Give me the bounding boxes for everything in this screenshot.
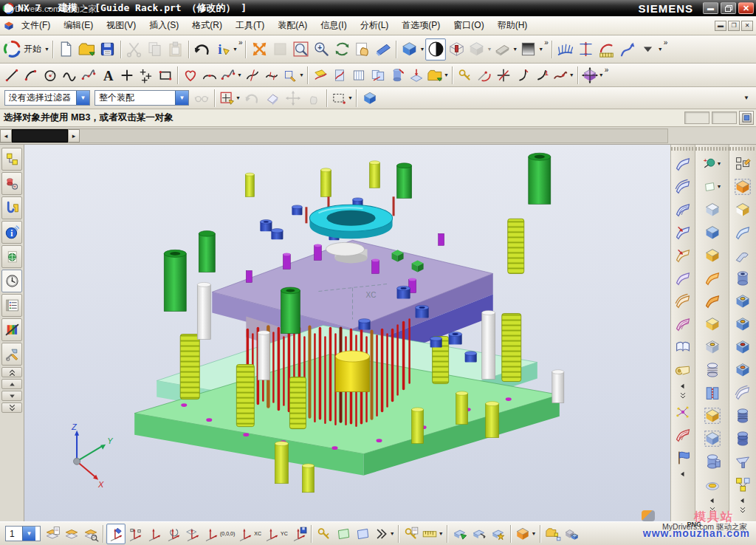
visible-in-view-button[interactable]: [62, 524, 81, 544]
mdi-close-button[interactable]: ✕: [741, 21, 753, 31]
point-cloud-button[interactable]: [673, 400, 693, 423]
selection-scope-combo[interactable]: 整个装配 ▼: [94, 90, 189, 106]
zipper-button[interactable]: [702, 381, 723, 404]
rotate-view-button[interactable]: [331, 38, 352, 61]
rectangle-button[interactable]: [156, 66, 175, 85]
pocket-button[interactable]: [732, 335, 753, 358]
bottombar-overflow-button[interactable]: ▼: [372, 524, 396, 544]
toolbar-grip[interactable]: [695, 147, 729, 151]
enclosure-button[interactable]: [702, 427, 723, 450]
transition-surface-button[interactable]: [673, 446, 693, 469]
through-curves-button[interactable]: [673, 175, 693, 198]
wcs-save-button[interactable]: [289, 524, 309, 544]
spline-analysis-button[interactable]: [617, 38, 638, 61]
swept-button[interactable]: [673, 221, 693, 244]
bridge-curve-button[interactable]: [200, 66, 219, 85]
boss-block-button[interactable]: [702, 335, 723, 358]
save-button[interactable]: [97, 38, 118, 61]
hscroll-thumb[interactable]: [12, 129, 68, 143]
menu-format[interactable]: 格式(R): [185, 16, 229, 35]
rail-scroll-down-button[interactable]: [1, 391, 22, 401]
pad-button[interactable]: [732, 358, 753, 381]
section-curve-button[interactable]: [330, 66, 349, 85]
styled-sweep-button[interactable]: [673, 267, 693, 289]
graphics-window[interactable]: XC: [24, 145, 670, 521]
col1-scroll-more-button[interactable]: [673, 391, 693, 400]
spline-key-button[interactable]: [456, 66, 475, 85]
ruler-button[interactable]: ▼: [421, 524, 444, 544]
studio-spline-button[interactable]: [79, 66, 98, 85]
toolbar-grip[interactable]: [729, 147, 756, 151]
wrap-curve-button[interactable]: [388, 66, 407, 85]
perspective-button[interactable]: [373, 38, 394, 61]
half-section-button[interactable]: [732, 198, 753, 221]
curve-shape-analysis-button[interactable]: [555, 38, 576, 61]
tangent-curve-button[interactable]: [475, 66, 494, 85]
sweep-flange-button[interactable]: [702, 289, 723, 312]
edit-curve-button[interactable]: ▼: [281, 66, 305, 85]
combined-projection-button[interactable]: [368, 66, 388, 85]
derived-curve-button[interactable]: ▼: [426, 66, 450, 85]
snap-point-button[interactable]: ▼: [218, 87, 241, 109]
offset-curve-button[interactable]: [181, 66, 200, 85]
deselect-all-button[interactable]: [262, 87, 283, 109]
move-face-button[interactable]: [450, 524, 470, 544]
menu-help[interactable]: 帮助(H): [491, 16, 535, 35]
solid-body-select-button[interactable]: [360, 87, 380, 109]
col3-scroll-more-button[interactable]: [732, 505, 753, 515]
elbow-button[interactable]: [732, 244, 753, 267]
sheet-fan-button[interactable]: [732, 381, 753, 404]
variational-sweep-button[interactable]: [673, 244, 693, 267]
col1-scroll-left-button[interactable]: [673, 381, 693, 391]
minimize-button[interactable]: ▬: [703, 2, 718, 14]
history-tab[interactable]: [1, 270, 22, 292]
link-squares-button[interactable]: [732, 473, 753, 496]
wcs-change-plane-button[interactable]: [183, 524, 202, 544]
assembly-navigator-tab[interactable]: [1, 148, 22, 171]
rendering-style-button[interactable]: [425, 38, 446, 61]
project-curve-button[interactable]: [407, 66, 426, 85]
wireframe-display-button[interactable]: [446, 38, 467, 61]
section-view-button[interactable]: ▼: [492, 38, 518, 61]
isoparametric-curve-button[interactable]: [349, 66, 368, 85]
rail-scroll-up-button[interactable]: [1, 379, 22, 389]
four-point-surface-button[interactable]: [673, 423, 693, 446]
fit-view-button[interactable]: [249, 38, 269, 61]
section-surface-button[interactable]: [673, 289, 693, 312]
sketch-button[interactable]: +▼: [702, 152, 723, 175]
menu-file[interactable]: 文件(F): [15, 16, 57, 35]
zoom-in-out-button[interactable]: +: [311, 38, 331, 61]
system-tools-tab[interactable]: [1, 343, 22, 366]
layer-settings-button[interactable]: [43, 524, 62, 544]
point-set-button[interactable]: [137, 66, 156, 85]
sketch-plane-button[interactable]: ▼: [702, 175, 723, 198]
fillet-curve-button[interactable]: [513, 66, 532, 85]
selection-filter-dropdown-icon[interactable]: ▼: [76, 91, 89, 105]
menu-tools[interactable]: 工具(T): [229, 16, 271, 35]
cage-box-button[interactable]: [732, 175, 753, 198]
circle-button[interactable]: [41, 66, 60, 85]
n-sided-surface-button[interactable]: [673, 312, 693, 335]
customize-button[interactable]: [402, 524, 421, 544]
move-object-button[interactable]: ▼»: [581, 66, 610, 85]
cross-curve-button[interactable]: [494, 66, 513, 85]
toolbar-options-chevron[interactable]: ▼: [743, 95, 754, 101]
smooth-spline-button[interactable]: ▼: [551, 66, 575, 85]
text-button[interactable]: A: [98, 66, 117, 85]
boss-button[interactable]: [732, 312, 753, 335]
rib-button[interactable]: [732, 404, 753, 427]
datum-csys-button[interactable]: [702, 221, 723, 244]
menu-analysis[interactable]: 分析(L): [354, 16, 396, 35]
join-curve-button[interactable]: ▼: [219, 66, 243, 85]
deviation-gauge-button[interactable]: [576, 38, 597, 61]
new-button[interactable]: [56, 38, 77, 61]
close-button[interactable]: ✕: [738, 2, 754, 14]
extrude-button[interactable]: [702, 244, 723, 267]
emboss-button[interactable]: [732, 450, 753, 473]
menu-view[interactable]: 视图(V): [100, 16, 142, 35]
rail-scroll-top-button[interactable]: [1, 367, 22, 377]
line-button[interactable]: [2, 66, 21, 85]
constraint-navigator-tab[interactable]: [1, 172, 22, 195]
trim-curve-button[interactable]: [243, 66, 262, 85]
grip-palette-button[interactable]: [315, 524, 334, 544]
